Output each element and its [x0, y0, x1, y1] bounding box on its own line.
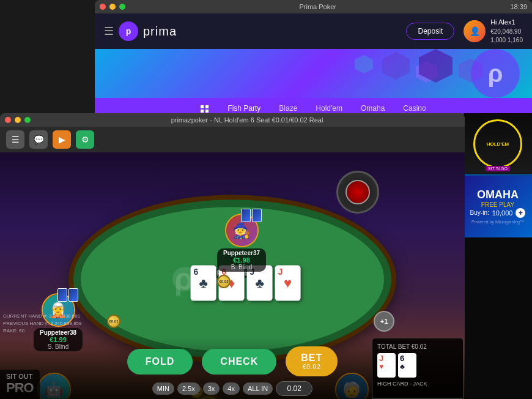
- hole-cards: J ♥ 6 ♣: [377, 353, 458, 378]
- minimize-icon[interactable]: [109, 4, 116, 10]
- prima-logo-icon: p: [119, 21, 138, 41]
- holdem-label: HOLD'EM: [487, 141, 509, 147]
- community-card-4: J ♥: [275, 265, 301, 300]
- free-play-label: FREE PLAY: [481, 201, 514, 208]
- hand-info: CURRENT HAND #: 3,240,838,881 PREVIOUS H…: [3, 313, 82, 335]
- grid-nav-icon[interactable]: [201, 105, 209, 113]
- previous-hand: PREVIOUS HAND #: 3,240,838,859: [3, 320, 82, 327]
- omaha-panel: OMAHA FREE PLAY Buy-in: 10,000 + Powered…: [464, 176, 532, 237]
- prima-header: ☰ p prima Deposit 👤 Hi Alex1 €20,048.90 …: [95, 13, 532, 49]
- player-left-cards: [57, 288, 78, 302]
- hole-card-2-rank: 6: [400, 354, 404, 362]
- rake: RAKE: €0: [3, 327, 82, 335]
- prima-banner: ρ: [95, 49, 532, 98]
- browser-time: 18:39: [510, 3, 527, 10]
- chat-button[interactable]: 💬: [29, 130, 48, 149]
- right-banner-top: HOLD'EM SIT 'N GO: [464, 113, 532, 174]
- dartboard-decoration: [336, 171, 379, 214]
- mult-25x-button[interactable]: 2.5x: [177, 382, 200, 395]
- browser-title: Prima Poker: [129, 3, 506, 10]
- points: 1,000 1,160: [490, 36, 523, 45]
- bet-label: BET: [301, 352, 322, 364]
- buyin-amount: 10,000: [492, 209, 513, 217]
- mult-3x-button[interactable]: 3x: [203, 382, 220, 395]
- right-panel: HOLD'EM SIT 'N GO OMAHA FREE PLAY Buy-in…: [464, 113, 532, 399]
- hole-card-1-rank: J: [379, 354, 383, 362]
- bet-button[interactable]: BET €0.02: [286, 346, 338, 376]
- sitgo-label: SIT 'N GO: [486, 166, 510, 171]
- hole-card-2-suit: ♣: [400, 362, 405, 371]
- poker-toolbar: ☰ 💬 ▶ ⚙: [0, 127, 465, 152]
- chip-left: €0.01: [107, 315, 120, 328]
- hold-em-badge: HOLD'EM SIT 'N GO: [473, 119, 522, 168]
- deposit-button[interactable]: Deposit: [406, 23, 454, 40]
- browser-titlebar: Prima Poker 18:39: [95, 0, 532, 13]
- total-bet-panel: TOTAL BET €0.02 J ♥ 6 ♣ HIGH CARD - JACK: [372, 338, 464, 399]
- chip-top: €0.02: [217, 275, 231, 288]
- player-info-top: Puppeteer37 €1.98 B. Blind: [217, 248, 266, 272]
- current-hand: CURRENT HAND #: 3,240,838,881: [3, 313, 82, 320]
- play-button[interactable]: ▶: [53, 130, 71, 149]
- poker-minimize-icon[interactable]: [15, 117, 21, 123]
- buyin-plus-button[interactable]: +: [515, 208, 525, 218]
- allin-button[interactable]: ALL IN: [243, 382, 273, 395]
- high-card-label: HIGH CARD - JACK: [377, 381, 458, 387]
- close-icon[interactable]: [100, 4, 106, 10]
- total-bet-label: TOTAL BET €0.02: [377, 343, 458, 350]
- buyin-label: Buy-in:: [470, 209, 489, 216]
- plus-one-badge: +1: [374, 311, 394, 332]
- microgaming-label: Powered by Microgaming™: [468, 218, 527, 226]
- fold-button[interactable]: FOLD: [127, 349, 193, 375]
- user-info: 👤 Hi Alex1 €20,048.90 1,000 1,160: [464, 18, 523, 44]
- player-top-cards: [241, 209, 262, 222]
- poker-close-icon[interactable]: [5, 117, 11, 123]
- check-button[interactable]: CHECK: [202, 349, 276, 375]
- hex-1: [382, 52, 410, 80]
- hole-card-2: 6 ♣: [398, 353, 416, 378]
- avatar: 👤: [464, 20, 486, 42]
- prima-p-logo-banner: ρ: [471, 49, 520, 98]
- banner-hexagons: [95, 49, 532, 98]
- user-name: Hi Alex1: [490, 18, 523, 27]
- poker-titlebar: primazpoker - NL Hold'em 6 Seat €0.01/€0…: [0, 113, 465, 127]
- hole-card-1: J ♥: [377, 353, 396, 378]
- min-button[interactable]: MIN: [152, 382, 174, 395]
- mult-4x-button[interactable]: 4x: [223, 382, 240, 395]
- community-card-1: 6 ♣: [191, 265, 216, 300]
- user-details: Hi Alex1 €20,048.90 1,000 1,160: [490, 18, 523, 44]
- poker-maximize-icon[interactable]: [24, 117, 31, 123]
- bet-input[interactable]: [276, 381, 312, 396]
- balance: €20,048.90: [490, 28, 523, 36]
- buyin-info: Buy-in: 10,000 +: [470, 208, 526, 218]
- player-action-top: B. Blind: [222, 264, 261, 270]
- right-panel-bottom: [464, 237, 532, 399]
- player-stack-top: €1.98: [222, 256, 261, 264]
- player-seat-top: 🧙 Puppeteer37 €1.98 B. Blind: [217, 214, 266, 272]
- omaha-title: OMAHA: [477, 188, 519, 201]
- hex-5: [355, 55, 373, 73]
- hole-card-1-suit: ♥: [379, 362, 383, 371]
- settings-button[interactable]: ⚙: [76, 130, 94, 149]
- poker-window-title: primazpoker - NL Hold'em 6 Seat €0.01/€0…: [34, 116, 460, 124]
- hamburger-menu-icon[interactable]: ☰: [104, 24, 114, 38]
- bet-amount: €0.02: [303, 364, 321, 370]
- prima-logo: ☰ p prima: [104, 21, 177, 41]
- menu-button[interactable]: ☰: [6, 130, 24, 149]
- prima-logo-text: prima: [143, 24, 177, 39]
- maximize-icon[interactable]: [119, 4, 125, 10]
- player-name-top: Puppeteer37: [222, 250, 261, 256]
